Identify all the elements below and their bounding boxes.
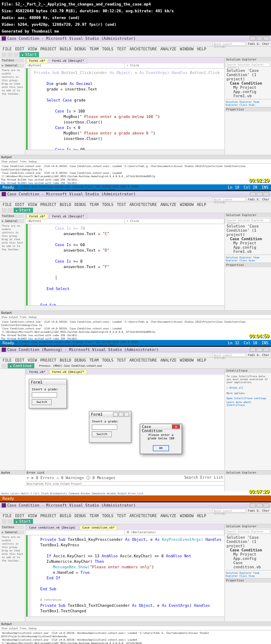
close-icon[interactable]: ✕ [172,425,180,429]
maximize-button[interactable] [257,36,263,41]
solution-explorer[interactable]: Solution Explorer Search Solution Explor… [224,58,271,155]
quick-launch-input[interactable]: Quick Launch (Ctrl+Q) [212,42,246,46]
file-info: File: 52_-_Part_2_-_Applying_the_changes… [0,0,271,36]
thumbnail-2: Case Condition - Microsoft Visual Studio… [0,191,271,346]
code-area[interactable]: Private Sub TextBox1_KeyPress(sender As … [25,535,224,617]
thumbnail-1: Case Condition - Microsoft Visual Studio… [0,36,271,190]
user-name[interactable]: Fadi G. Char [248,42,269,46]
form-preview: Form1 Insert a grade:Switch [29,379,67,408]
quick-launch-bar: Quick Launch (Ctrl+Q) Fadi G. Char [0,41,271,47]
switch-button[interactable]: Switch [32,399,52,405]
intellitrace-panel[interactable]: IntelliTrace To view IntelliTrace data, … [224,369,271,470]
minimize-button[interactable] [250,36,256,41]
code-area[interactable]: Private Sub Button1_Click(sender As Obje… [25,69,224,150]
message-box[interactable]: Case Condition✕ Please enter a grade bel… [140,424,182,454]
ok-button[interactable]: OK [153,445,169,451]
close-button[interactable] [263,36,269,41]
method-dropdown[interactable]: ⚡ Click [125,63,224,68]
output-panel[interactable]: Output Show output from: Debug 'Case Con… [0,155,271,184]
class-dropdown[interactable]: ⚡Button1 [25,63,125,68]
tab-form1-vb[interactable]: Form1.vb* [26,58,48,63]
window-titlebar[interactable]: Case Condition - Microsoft Visual Studio… [0,36,271,41]
menu-bar[interactable]: FILEEDITVIEWPROJECTBUILDDEBUGTEAMTOOLSTE… [0,47,271,52]
form-designer[interactable]: Form1.vb*Form1.vb [Design]* Form1 Insert… [25,369,224,470]
tab-form1-design[interactable]: Form1.vb [Design]* [49,58,87,63]
running-form[interactable]: Form1 Insert a grade:Switch [89,411,131,443]
thumbnail-4: Case Condition - Microsoft Visual Studio… [0,502,271,644]
timestamp: 00:02:29 [249,178,269,184]
error-list[interactable]: Error List ▾ ⊗ 0 Errors ⚠ 0 Warnings ⓘ 0… [25,470,224,491]
vs-icon [2,36,6,41]
start-button[interactable]: ▶ Start [19,52,39,57]
thumbnail-3: Case Condition (Running) - Microsoft Vis… [0,347,271,501]
toolbox-panel: Toolbox ▸ General There are no usable co… [0,58,25,155]
code-editor[interactable]: Form1.vb* Form1.vb [Design]* ⚡Button1 ⚡ … [25,58,224,155]
toolbar[interactable]: ▶ Start [0,52,271,58]
code-area[interactable]: Case Is >= 70 answerbox.Text = "C" Case … [25,224,224,305]
